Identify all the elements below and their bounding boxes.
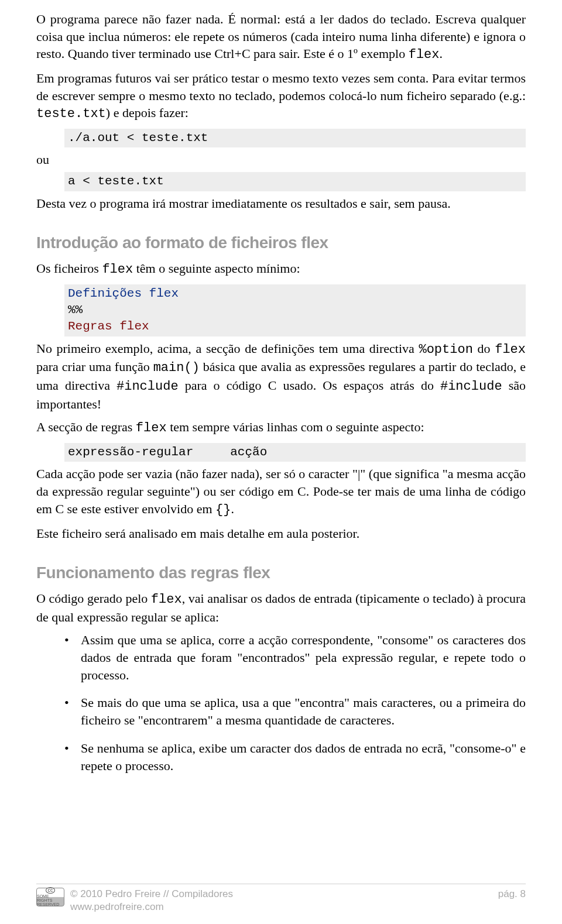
sec1-paragraph-4: Cada acção pode ser vazia (não fazer nad… <box>36 465 526 518</box>
cc-text: SOME RIGHTS RESERVED <box>37 894 64 906</box>
page-footer: cc SOME RIGHTS RESERVED © 2010 Pedro Fre… <box>0 884 562 913</box>
sec1-paragraph-2: No primeiro exemplo, acima, a secção de … <box>36 340 526 413</box>
text: Os ficheiros <box>36 261 102 276</box>
sec1-paragraph-5: Este ficheiro será analisado em mais det… <box>36 525 526 542</box>
code-block-flex-structure: Definições flex %% Regras flex <box>64 284 526 336</box>
code-block-rule: expressão-regular acção <box>64 443 526 462</box>
footer-url: www.pedrofreire.com <box>70 901 233 913</box>
inline-code-include: #include <box>116 379 179 394</box>
intro-paragraph-3: Desta vez o programa irá mostrar imediat… <box>36 195 526 212</box>
code-block-a: a < teste.txt <box>64 172 526 191</box>
list-item: Assim que uma se aplica, corre a acção c… <box>64 631 526 683</box>
inline-code-main: main() <box>153 360 200 375</box>
code-block-aout: ./a.out < teste.txt <box>64 129 526 147</box>
document-page: O programa parece não fazer nada. É norm… <box>0 0 562 924</box>
inline-code-flex: flex <box>151 592 182 607</box>
text: . <box>231 501 235 516</box>
code-line: %% <box>68 303 83 317</box>
text: A secção de regras <box>36 420 136 434</box>
sec2-paragraph-1: O código gerado pelo flex, vai analisar … <box>36 590 526 626</box>
text: O programa parece não fazer nada. É norm… <box>36 12 526 61</box>
or-label: ou <box>36 151 526 169</box>
inline-code-flex: flex <box>102 262 133 277</box>
list-item: Se nenhuma se aplica, exibe um caracter … <box>64 740 526 774</box>
intro-paragraph-1: O programa parece não fazer nada. É norm… <box>36 11 526 64</box>
inline-code-option: %option <box>419 342 472 357</box>
text: para o código C usado. Os espaços atrás … <box>179 378 440 393</box>
code-line: Definições flex <box>68 287 179 300</box>
code-line: Regras flex <box>68 320 149 333</box>
inline-code-flex: flex <box>495 342 526 357</box>
list-item: Se mais do que uma se aplica, usa a que … <box>64 694 526 729</box>
text: do <box>473 341 495 356</box>
text: para criar uma função <box>36 359 153 374</box>
inline-code-flex: flex <box>136 421 167 435</box>
text: O código gerado pelo <box>36 591 151 606</box>
inline-code-flex: flex <box>409 47 440 62</box>
text: Em programas futuros vai ser prático tes… <box>36 71 526 103</box>
text: . <box>440 46 443 61</box>
sec1-paragraph-3: A secção de regras flex tem sempre vária… <box>36 418 526 437</box>
inline-code-braces: {} <box>215 503 231 517</box>
text: tem sempre várias linhas com o seguinte … <box>167 420 424 434</box>
section-heading-funcionamento: Funcionamento das regras flex <box>36 562 526 584</box>
inline-code-include: #include <box>440 379 502 394</box>
inline-code-teste: teste.txt <box>36 107 106 121</box>
section-heading-intro-flex: Introdução ao formato de ficheiros flex <box>36 232 526 254</box>
text: têm o seguinte aspecto mínimo: <box>133 261 300 276</box>
text: Cada acção pode ser vazia (não fazer nad… <box>36 466 526 516</box>
text: No primeiro exemplo, acima, a secção de … <box>36 341 419 356</box>
intro-paragraph-2: Em programas futuros vai ser prático tes… <box>36 70 526 123</box>
text: ) e depois fazer: <box>106 105 189 120</box>
footer-divider <box>36 884 526 884</box>
sec1-paragraph-1: Os ficheiros flex têm o seguinte aspecto… <box>36 260 526 279</box>
bullet-list: Assim que uma se aplica, corre a acção c… <box>36 631 526 774</box>
footer-copyright: © 2010 Pedro Freire // Compiladores <box>70 888 233 901</box>
cc-symbol: cc <box>46 887 55 894</box>
page-number: pág. 8 <box>498 888 526 901</box>
cc-license-icon: cc SOME RIGHTS RESERVED <box>36 888 64 906</box>
